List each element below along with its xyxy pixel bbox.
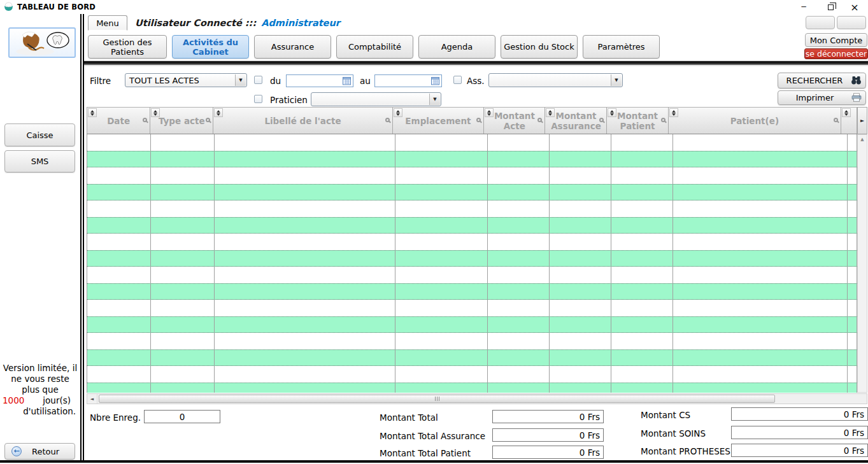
table-cell [151,234,215,250]
nav-agenda[interactable]: Agenda [418,35,495,59]
column-header-emplacement[interactable]: Emplacement [393,108,485,134]
menu-tab[interactable]: Menu [88,15,127,31]
table-row[interactable] [87,200,857,217]
sort-icon[interactable] [842,108,851,117]
horizontal-scrollbar[interactable]: ◄ [87,393,867,404]
table-cell [673,251,848,266]
caisse-button[interactable]: Caisse [4,123,75,146]
toolbar-blank-button[interactable] [837,16,866,29]
table-cell [395,200,488,217]
montant-cs-input[interactable] [732,408,867,420]
montant-total-patient-input[interactable] [493,446,603,458]
table-row[interactable] [87,234,857,250]
scroll-up-button[interactable]: ▲ [858,135,867,144]
sort-icon[interactable] [669,108,678,117]
column-header-date[interactable]: Date [87,108,150,134]
montant-protheses-input[interactable] [732,444,867,456]
montant-total-input[interactable] [493,411,603,423]
column-header-libell-de-l-acte[interactable]: Libellé de l'acte [213,108,392,134]
sort-icon[interactable] [608,108,616,117]
search-icon[interactable] [661,118,665,122]
search-icon[interactable] [834,118,838,122]
nav-activites-du-cabinet[interactable]: Activités du Cabinet [172,35,249,59]
column-header-patient-e-[interactable]: Patient(e) [669,108,841,134]
table-cell [488,234,550,250]
table-cell [488,134,550,151]
table-cell [848,134,857,151]
nav-assurance[interactable]: Assurance [254,35,331,59]
scroll-right-button[interactable]: ► [857,107,867,134]
ass-checkbox[interactable] [453,76,462,84]
table-row[interactable] [87,366,857,383]
table-row[interactable] [87,250,857,267]
nav-parametres[interactable]: Paramètres [583,35,660,59]
nav-comptabilite[interactable]: Comptabilité [336,35,413,59]
table-row[interactable] [87,283,857,300]
restore-button[interactable] [821,0,840,14]
table-row[interactable] [87,134,857,151]
sort-icon[interactable] [88,108,97,117]
table-cell [550,333,611,349]
column-header-extra[interactable] [841,108,857,134]
nav-gestion-des-patients[interactable]: Gestion des Patients [88,35,167,59]
sms-label: SMS [31,157,49,166]
praticien-checkbox[interactable] [254,95,262,103]
chevron-down-icon: ▼ [611,74,622,86]
table-row[interactable] [87,300,857,316]
scrollbar-thumb[interactable] [99,395,775,403]
table-row[interactable] [87,151,857,167]
sort-icon[interactable] [485,108,494,117]
mon-compte-button[interactable]: Mon Compte [805,33,867,47]
montant-soins-input[interactable] [732,426,867,439]
search-icon[interactable] [143,118,147,122]
table-row[interactable] [87,167,857,184]
table-cell [848,251,857,266]
minimize-button[interactable]: ─ [794,0,813,14]
imprimer-button[interactable]: Imprimer [778,90,866,105]
nbre-enreg-input[interactable] [145,411,220,423]
sort-icon[interactable] [394,108,402,117]
filtre-select[interactable]: TOUT LES ACTES ▼ [125,73,247,87]
search-icon[interactable] [537,118,542,122]
column-header-montant-assurance[interactable]: Montant Assurance [545,108,607,134]
table-row[interactable] [87,184,857,200]
table-row[interactable] [87,267,857,283]
vertical-scrollbar[interactable]: ▲ [857,134,867,393]
montant-total-assurance-input[interactable] [493,429,603,441]
praticien-select[interactable]: ▼ [311,92,441,106]
search-icon[interactable] [206,118,210,122]
table-row[interactable] [87,349,857,366]
sort-icon[interactable] [151,108,160,117]
table-row[interactable] [87,333,857,349]
column-header-montant-acte[interactable]: Montant Acte [484,108,545,134]
montant-protheses-field [731,444,868,457]
du-checkbox[interactable] [254,76,262,84]
nav-gestion-du-stock[interactable]: Gestion du Stock [501,35,578,59]
table-row[interactable] [87,383,857,393]
calendar-icon[interactable] [431,76,440,85]
logout-button[interactable]: se déconnecter [804,48,868,59]
table-row[interactable] [87,217,857,234]
calendar-icon[interactable] [343,76,352,85]
sort-icon[interactable] [214,108,223,117]
sms-button[interactable]: SMS [4,150,75,172]
search-icon[interactable] [476,118,481,122]
column-label: Date [107,116,130,126]
mon-compte-label: Mon Compte [810,36,863,45]
retour-button[interactable]: ← Retour [4,443,75,460]
table-row[interactable] [87,316,857,333]
table-cell [87,350,151,365]
table-cell [488,300,550,316]
toolbar-blank-button[interactable] [806,16,835,29]
scroll-left-button[interactable]: ◄ [87,394,97,404]
scrollbar-track[interactable] [775,394,867,404]
search-icon[interactable] [599,118,604,122]
table-cell [488,350,550,365]
rechercher-button[interactable]: RECHERCHER [778,73,866,88]
close-button[interactable]: × [845,0,864,14]
column-header-type-acte[interactable]: Type acte [150,108,213,134]
column-header-montant-patient[interactable]: Montant Patient [607,108,668,134]
ass-select[interactable]: ▼ [488,73,623,87]
search-icon[interactable] [385,118,390,122]
sort-icon[interactable] [546,108,555,117]
